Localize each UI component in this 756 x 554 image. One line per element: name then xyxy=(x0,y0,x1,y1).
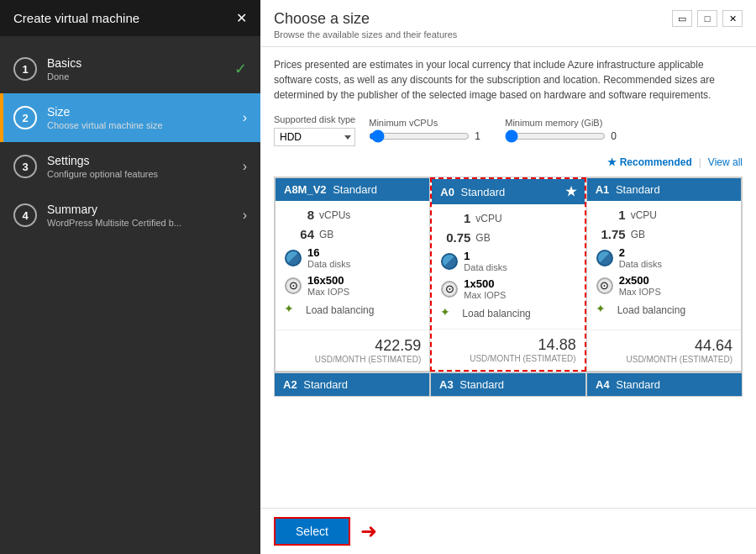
close-button[interactable]: ✕ xyxy=(236,10,247,26)
step-arrow-size: › xyxy=(243,110,247,125)
recommended-link[interactable]: ★ Recommended xyxy=(607,156,692,168)
vcpu-row-a0: 1 vCPU xyxy=(440,211,575,225)
disk-type-select[interactable]: HDD SSD xyxy=(274,128,355,146)
vcpus-value: 1 xyxy=(475,130,491,142)
memory-row-a0: 0.75 GB xyxy=(440,230,575,245)
disks-label-a1: Data disks xyxy=(619,259,662,269)
vcpu-value-a1: 1 xyxy=(596,208,626,222)
close-right-button[interactable]: ✕ xyxy=(722,10,743,27)
disks-row-a8m-v2: 16 Data disks xyxy=(284,246,421,269)
next-card-a2[interactable]: A2 Standard xyxy=(274,372,430,397)
step-subtitle-settings: Configure optional features xyxy=(47,169,236,179)
card-name-a8m-v2: A8M_V2 Standard xyxy=(284,183,377,196)
lb-icon-a0: ✦ xyxy=(440,305,457,322)
card-footer-a8m-v2: 422.59 USD/MONTH (ESTIMATED) xyxy=(276,330,429,371)
maximize-button[interactable]: □ xyxy=(697,10,717,27)
step-info-settings: Settings Configure optional features xyxy=(47,154,236,179)
iops-value-a0: 1x500 xyxy=(464,277,506,290)
card-body-a0: 1 vCPU 0.75 GB 1 Data disks xyxy=(432,204,584,329)
price-sub-a8m-v2: USD/MONTH (ESTIMATED) xyxy=(284,355,421,364)
memory-label-a0: GB xyxy=(475,232,490,244)
card-name-a1: A1 Standard xyxy=(596,183,660,196)
card-footer-a0: 14.88 USD/MONTH (ESTIMATED) xyxy=(432,329,584,370)
iops-label-a0: Max IOPS xyxy=(464,290,506,300)
step-title-settings: Settings xyxy=(47,154,236,167)
right-header-text: Choose a size Browse the available sizes… xyxy=(274,10,457,40)
step-item-basics[interactable]: 1 Basics Done ✓ xyxy=(0,45,260,93)
lb-label-a0: Load balancing xyxy=(462,308,530,319)
memory-value-a0: 0.75 xyxy=(440,230,470,245)
card-header-a8m-v2: A8M_V2 Standard xyxy=(276,178,429,201)
memory-row-a1: 1.75 GB xyxy=(596,227,732,241)
lb-icon-a1: ✦ xyxy=(596,302,612,319)
filter-row: Supported disk type HDD SSD Minimum vCPU… xyxy=(274,114,743,146)
right-panel: Choose a size Browse the available sizes… xyxy=(260,0,756,554)
right-header-buttons: ▭ □ ✕ xyxy=(672,10,743,27)
card-body-a1: 1 vCPU 1.75 GB 2 Data disks xyxy=(587,201,741,330)
next-card-a3[interactable]: A3 Standard xyxy=(430,372,586,397)
disk-icon-a1 xyxy=(596,249,614,267)
memory-value: 0 xyxy=(611,130,627,142)
size-card-a0[interactable]: A0 Standard ★ 1 vCPU 0.75 GB xyxy=(430,177,585,372)
separator: | xyxy=(699,156,701,168)
vcpus-range-row: 1 xyxy=(369,129,491,143)
left-panel-header: Create virtual machine ✕ xyxy=(0,0,260,36)
size-card-a1[interactable]: A1 Standard 1 vCPU 1.75 GB xyxy=(586,177,742,372)
step-item-summary[interactable]: 4 Summary WordPress Multisite Certified … xyxy=(0,191,260,240)
step-item-settings[interactable]: 3 Settings Configure optional features › xyxy=(0,142,260,191)
size-card-a8m-v2[interactable]: A8M_V2 Standard 8 vCPUs 64 GB xyxy=(275,177,430,372)
select-button[interactable]: Select xyxy=(274,517,350,546)
iops-row-a1: ⊙ 2x500 Max IOPS xyxy=(596,274,732,297)
lb-row-a8m-v2: ✦ Load balancing xyxy=(284,302,421,319)
lb-label-a8m-v2: Load balancing xyxy=(306,304,374,316)
step-number-4: 4 xyxy=(13,203,37,227)
recommended-label: Recommended xyxy=(620,156,692,168)
memory-range-row: 0 xyxy=(505,129,627,143)
vcpu-value-a8m-v2: 8 xyxy=(284,208,314,222)
vcpu-row-a1: 1 vCPU xyxy=(596,208,732,222)
recommended-star-a0: ★ xyxy=(565,184,576,199)
step-arrow-summary: › xyxy=(243,208,247,223)
card-header-a1: A1 Standard xyxy=(587,178,741,201)
minimize-button[interactable]: ▭ xyxy=(672,10,692,27)
right-panel-header: Choose a size Browse the available sizes… xyxy=(260,0,756,47)
memory-value-a1: 1.75 xyxy=(596,227,626,241)
right-panel-content: Prices presented are estimates in your l… xyxy=(260,47,756,508)
price-sub-a0: USD/MONTH (ESTIMATED) xyxy=(440,354,575,363)
star-icon: ★ xyxy=(607,156,617,168)
recommended-row: ★ Recommended | View all xyxy=(274,156,743,168)
card-header-a0: A0 Standard ★ xyxy=(432,179,584,204)
step-arrow-settings: › xyxy=(243,159,247,174)
right-panel-subtitle: Browse the available sizes and their fea… xyxy=(274,29,457,40)
left-panel: Create virtual machine ✕ 1 Basics Done ✓… xyxy=(0,0,260,554)
vcpu-label-a1: vCPU xyxy=(631,209,657,221)
next-card-a4[interactable]: A4 Standard xyxy=(586,372,743,397)
vcpu-row-a8m-v2: 8 vCPUs xyxy=(284,208,421,222)
disks-value-a0: 1 xyxy=(464,250,507,262)
lb-icon-a8m-v2: ✦ xyxy=(284,302,301,319)
memory-filter: Minimum memory (GiB) 0 xyxy=(505,118,627,143)
step-number-1: 1 xyxy=(13,57,37,81)
step-item-size[interactable]: 2 Size Choose virtual machine size › xyxy=(0,93,260,142)
step-subtitle-size: Choose virtual machine size xyxy=(47,120,236,130)
vcpu-label-a0: vCPU xyxy=(475,213,501,224)
disks-label-a0: Data disks xyxy=(464,262,507,272)
vcpus-label: Minimum vCPUs xyxy=(369,118,491,128)
memory-slider[interactable] xyxy=(505,129,606,143)
iops-row-a0: ⊙ 1x500 Max IOPS xyxy=(440,277,575,300)
memory-label-a1: GB xyxy=(631,229,645,240)
step-list: 1 Basics Done ✓ 2 Size Choose virtual ma… xyxy=(0,36,260,248)
memory-value-a8m-v2: 64 xyxy=(284,227,314,241)
right-panel-title: Choose a size xyxy=(274,10,457,28)
step-info-summary: Summary WordPress Multisite Certified b.… xyxy=(47,203,236,228)
disks-value-a8m-v2: 16 xyxy=(307,246,350,259)
step-title-basics: Basics xyxy=(47,56,228,70)
vcpus-slider[interactable] xyxy=(369,129,470,143)
step-checkmark-basics: ✓ xyxy=(234,60,247,78)
info-text: Prices presented are estimates in your l… xyxy=(274,57,743,103)
iops-value-a1: 2x500 xyxy=(619,274,661,287)
price-a8m-v2: 422.59 xyxy=(284,337,421,355)
view-all-link[interactable]: View all xyxy=(708,156,743,168)
step-info-size: Size Choose virtual machine size xyxy=(47,105,236,130)
memory-label: Minimum memory (GiB) xyxy=(505,118,627,128)
